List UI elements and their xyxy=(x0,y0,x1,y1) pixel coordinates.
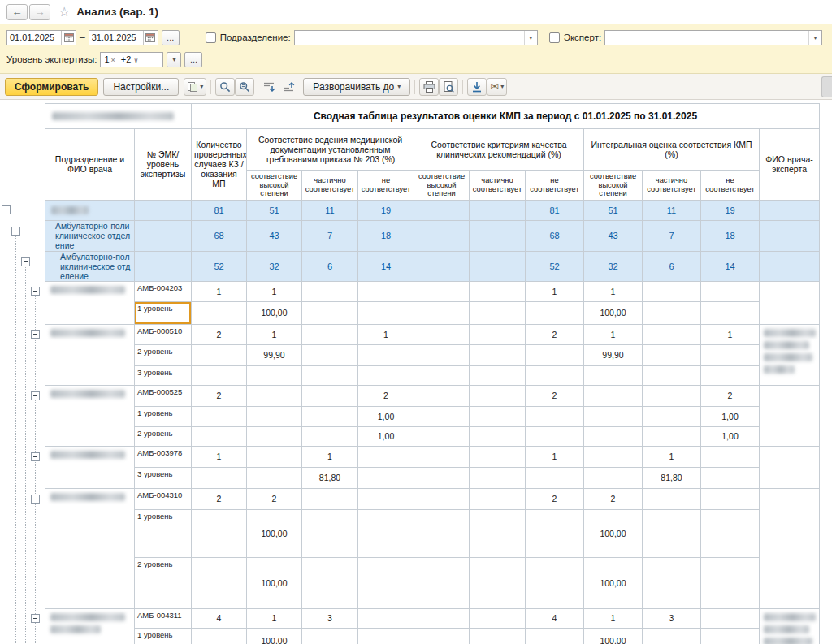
expert-checkbox[interactable] xyxy=(549,32,560,43)
value-cell[interactable] xyxy=(643,488,701,509)
value-cell[interactable]: 52 xyxy=(192,251,247,281)
value-cell[interactable]: 14 xyxy=(358,251,414,281)
subheader-no[interactable]: не соответствует xyxy=(526,171,584,201)
expand-groups-button[interactable] xyxy=(279,78,298,96)
value-cell[interactable] xyxy=(302,324,358,344)
expert-cell[interactable] xyxy=(760,251,820,281)
value-cell[interactable]: 32 xyxy=(247,251,302,281)
department-cell[interactable]: Амбулаторно-поликлиническое отделение xyxy=(46,251,135,281)
value-cell[interactable]: 100,00 xyxy=(584,628,643,644)
value-cell[interactable] xyxy=(414,426,470,446)
value-cell[interactable] xyxy=(526,344,584,365)
date-to-value[interactable]: 31.01.2025 xyxy=(89,31,143,45)
header-expert[interactable]: ФИО врача-эксперта xyxy=(760,129,820,201)
value-cell[interactable] xyxy=(358,301,414,324)
subheader-partial[interactable]: частично соответствует xyxy=(470,171,526,201)
value-cell[interactable] xyxy=(701,365,760,385)
value-cell[interactable] xyxy=(470,467,526,488)
expertise-level-more-button[interactable]: ... xyxy=(184,52,202,67)
value-cell[interactable] xyxy=(470,509,526,557)
value-cell[interactable] xyxy=(358,628,414,644)
subheader-no[interactable]: не соответствует xyxy=(701,171,760,201)
value-cell[interactable] xyxy=(643,365,701,385)
value-cell[interactable] xyxy=(701,509,760,557)
remove-tag-icon[interactable]: × xyxy=(111,56,115,64)
date-more-button[interactable]: ... xyxy=(162,30,180,45)
value-cell[interactable] xyxy=(414,200,470,220)
value-cell[interactable] xyxy=(192,365,247,385)
expertise-level-cell[interactable]: 1 уровень xyxy=(135,628,192,644)
value-cell[interactable]: 51 xyxy=(247,200,302,220)
expert-cell[interactable] xyxy=(760,220,820,251)
value-cell[interactable]: 32 xyxy=(584,251,643,281)
value-cell[interactable] xyxy=(701,628,760,644)
doctor-name-cell[interactable] xyxy=(46,281,135,324)
chevron-icon[interactable]: ∨ xyxy=(133,57,138,64)
value-cell[interactable]: 14 xyxy=(701,251,760,281)
value-cell[interactable] xyxy=(247,365,302,385)
value-cell[interactable] xyxy=(643,628,701,644)
date-to-field[interactable]: 31.01.2025 xyxy=(89,30,158,45)
value-cell[interactable] xyxy=(358,365,414,385)
subheader-high[interactable]: соответствие высокой степени xyxy=(584,171,643,201)
value-cell[interactable] xyxy=(584,365,643,385)
send-mail-button[interactable]: ✉ ▾ xyxy=(487,78,507,96)
value-cell[interactable]: 1 xyxy=(584,608,643,628)
emk-code-cell[interactable]: АМБ-000510 xyxy=(135,324,192,344)
value-cell[interactable] xyxy=(470,608,526,628)
value-cell[interactable] xyxy=(302,426,358,446)
value-cell[interactable]: 1 xyxy=(192,446,247,467)
value-cell[interactable]: 18 xyxy=(701,220,760,251)
expert-cell[interactable] xyxy=(760,446,820,488)
expert-cell[interactable] xyxy=(760,200,820,220)
value-cell[interactable] xyxy=(247,406,302,426)
value-cell[interactable] xyxy=(470,426,526,446)
value-cell[interactable]: 52 xyxy=(526,251,584,281)
value-cell[interactable] xyxy=(414,344,470,365)
value-cell[interactable] xyxy=(470,365,526,385)
value-cell[interactable] xyxy=(470,220,526,251)
empty-cell[interactable] xyxy=(135,200,192,220)
expand-collapse-button[interactable] xyxy=(21,257,30,266)
value-cell[interactable]: 1 xyxy=(584,324,643,344)
value-cell[interactable] xyxy=(302,344,358,365)
value-cell[interactable]: 1,00 xyxy=(358,426,414,446)
emk-code-cell[interactable]: АМБ-003978 xyxy=(135,446,192,467)
value-cell[interactable] xyxy=(470,301,526,324)
value-cell[interactable] xyxy=(584,406,643,426)
value-cell[interactable] xyxy=(643,406,701,426)
value-cell[interactable] xyxy=(302,488,358,509)
value-cell[interactable]: 2 xyxy=(526,324,584,344)
header-group-documentation[interactable]: Соответствие ведения медицинской докумен… xyxy=(247,129,414,171)
value-cell[interactable] xyxy=(414,608,470,628)
value-cell[interactable] xyxy=(414,557,470,608)
value-cell[interactable]: 68 xyxy=(192,220,247,251)
value-cell[interactable] xyxy=(302,557,358,608)
header-qty[interactable]: Количество проверенных случаев КЗ / оказ… xyxy=(192,129,247,201)
value-cell[interactable] xyxy=(358,509,414,557)
value-cell[interactable] xyxy=(643,324,701,344)
value-cell[interactable] xyxy=(302,406,358,426)
value-cell[interactable]: 100,00 xyxy=(584,509,643,557)
value-cell[interactable]: 1 xyxy=(701,324,760,344)
save-result-button[interactable] xyxy=(467,78,487,96)
value-cell[interactable] xyxy=(414,467,470,488)
expand-collapse-button[interactable] xyxy=(2,205,11,214)
value-cell[interactable] xyxy=(643,301,701,324)
print-preview-button[interactable] xyxy=(439,78,458,96)
header-department[interactable]: Подразделение и ФИО врача xyxy=(46,129,135,201)
emk-code-cell[interactable]: АМБ-000525 xyxy=(135,385,192,406)
value-cell[interactable] xyxy=(302,281,358,301)
value-cell[interactable]: 81,80 xyxy=(643,467,701,488)
value-cell[interactable]: 81,80 xyxy=(302,467,358,488)
value-cell[interactable]: 2 xyxy=(192,385,247,406)
expand-collapse-button[interactable] xyxy=(31,614,40,623)
value-cell[interactable] xyxy=(192,557,247,608)
doctor-name-cell[interactable] xyxy=(46,324,135,385)
value-cell[interactable] xyxy=(247,426,302,446)
value-cell[interactable] xyxy=(302,509,358,557)
value-cell[interactable] xyxy=(302,628,358,644)
value-cell[interactable]: 1,00 xyxy=(358,406,414,426)
value-cell[interactable]: 7 xyxy=(302,220,358,251)
value-cell[interactable]: 99,90 xyxy=(584,344,643,365)
